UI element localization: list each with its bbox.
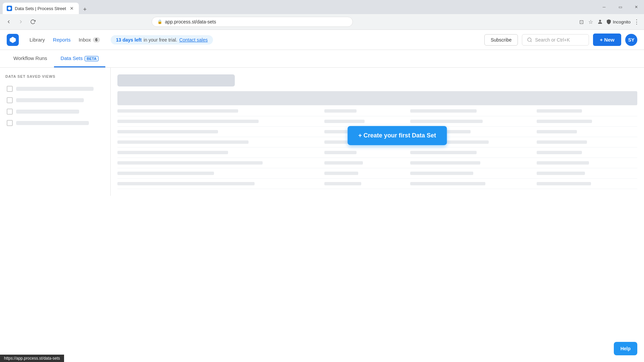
skeleton-cell	[537, 120, 637, 123]
close-window-button[interactable]: ✕	[629, 2, 644, 12]
subscribe-button[interactable]: Subscribe	[484, 34, 518, 46]
skeleton-cell	[537, 182, 637, 185]
svg-point-1	[599, 20, 601, 22]
skeleton-cell	[537, 140, 637, 144]
sidebar-checkbox-3[interactable]	[7, 109, 13, 115]
content-area: DATA SET SAVED VIEWS	[0, 68, 644, 196]
window-controls: ─ ▭ ✕	[596, 0, 644, 14]
menu-button[interactable]: ⋮	[633, 18, 640, 25]
svg-marker-2	[10, 37, 16, 43]
page-tabs: Workflow Runs Data SetsBETA	[0, 50, 644, 68]
list-item	[5, 83, 105, 95]
skeleton-cell	[410, 109, 531, 113]
skeleton-cell	[537, 109, 637, 113]
create-dataset-button[interactable]: + Create your first Data Set	[347, 126, 447, 145]
skeleton-cell	[324, 120, 405, 123]
sidebar: DATA SET SAVED VIEWS	[0, 68, 111, 196]
skeleton-line	[16, 121, 89, 125]
incognito-label: Incognito	[606, 19, 631, 24]
list-item	[5, 95, 105, 106]
table-row	[117, 158, 637, 168]
nav-inbox[interactable]: Inbox 6	[78, 37, 100, 43]
skeleton-cell	[410, 120, 531, 123]
skeleton-cell	[117, 172, 319, 175]
skeleton-cell	[324, 151, 405, 154]
app-logo[interactable]	[7, 34, 19, 46]
svg-line-4	[531, 41, 532, 42]
maximize-button[interactable]: ▭	[612, 2, 628, 12]
skeleton-cell	[410, 161, 531, 165]
skeleton-title-bar	[117, 74, 235, 86]
skeleton-cell	[410, 172, 531, 175]
contact-sales-link[interactable]: Contact sales	[179, 37, 208, 43]
skeleton-cell	[117, 109, 319, 113]
sidebar-checkbox-1[interactable]	[7, 86, 13, 92]
tab-title: Data Sets | Process Street	[15, 6, 66, 11]
tab-close-button[interactable]: ✕	[69, 5, 75, 11]
trial-days: 13 days left	[116, 37, 142, 43]
skeleton-rows-container	[117, 106, 637, 189]
tab-favicon	[7, 6, 12, 11]
skeleton-cell	[410, 182, 531, 185]
reload-button[interactable]	[28, 17, 38, 26]
svg-point-0	[8, 7, 11, 10]
nav-reports[interactable]: Reports	[53, 37, 71, 43]
tab-data-sets[interactable]: Data SetsBETA	[54, 50, 105, 67]
cast-icon[interactable]: ⊡	[578, 18, 585, 25]
list-item	[5, 106, 105, 117]
nav-library[interactable]: Library	[30, 37, 45, 43]
skeleton-cell	[117, 151, 319, 154]
bookmark-icon[interactable]: ☆	[587, 18, 594, 25]
new-tab-button[interactable]: +	[80, 5, 90, 14]
skeleton-cell	[324, 182, 405, 185]
table-row	[117, 106, 637, 116]
url-bar[interactable]: 🔒 app.process.st/data-sets	[152, 17, 353, 27]
main-panel: + Create your first Data Set	[111, 68, 644, 196]
skeleton-cell	[537, 172, 637, 175]
forward-button[interactable]	[16, 17, 25, 26]
skeleton-header-row	[117, 91, 637, 105]
skeleton-cell	[537, 130, 637, 133]
skeleton-cell	[117, 130, 319, 133]
search-placeholder: Search or Ctrl+K	[535, 37, 570, 43]
create-dataset-overlay: + Create your first Data Set	[347, 126, 447, 145]
skeleton-cell	[117, 161, 319, 165]
profile-icon[interactable]	[597, 18, 603, 25]
list-item	[5, 117, 105, 129]
skeleton-line	[16, 98, 84, 102]
table-row	[117, 179, 637, 189]
sidebar-section-title: DATA SET SAVED VIEWS	[5, 74, 105, 78]
app-header: Library Reports Inbox 6 13 days left in …	[0, 30, 644, 50]
skeleton-cell	[410, 151, 531, 154]
table-row	[117, 116, 637, 127]
skeleton-cell	[537, 151, 637, 154]
sidebar-checkbox-4[interactable]	[7, 120, 13, 126]
skeleton-cell	[117, 120, 319, 123]
minimize-button[interactable]: ─	[596, 2, 612, 12]
lock-icon: 🔒	[157, 19, 162, 24]
skeleton-cell	[117, 140, 319, 144]
skeleton-cell	[324, 109, 405, 113]
beta-badge: BETA	[85, 56, 98, 61]
svg-point-3	[528, 38, 531, 42]
new-button[interactable]: + New	[593, 34, 621, 46]
skeleton-cell	[537, 161, 637, 165]
skeleton-cell	[117, 182, 319, 185]
user-avatar[interactable]: SY	[625, 34, 637, 46]
trial-rest: in your free trial.	[144, 37, 177, 43]
skeleton-line	[16, 110, 79, 114]
search-box[interactable]: Search or Ctrl+K	[522, 34, 589, 46]
url-text: app.process.st/data-sets	[165, 19, 216, 24]
main-nav: Library Reports Inbox 6	[30, 37, 100, 43]
trial-banner: 13 days left in your free trial. Contact…	[111, 35, 213, 45]
table-row	[117, 168, 637, 179]
skeleton-cell	[324, 172, 405, 175]
tab-workflow-runs[interactable]: Workflow Runs	[7, 50, 54, 67]
skeleton-line	[16, 87, 94, 91]
skeleton-cell	[324, 161, 405, 165]
table-row	[117, 147, 637, 158]
inbox-count-badge: 6	[93, 37, 100, 43]
sidebar-checkbox-2[interactable]	[7, 97, 13, 103]
back-button[interactable]	[4, 17, 13, 26]
active-tab[interactable]: Data Sets | Process Street ✕	[3, 3, 79, 14]
